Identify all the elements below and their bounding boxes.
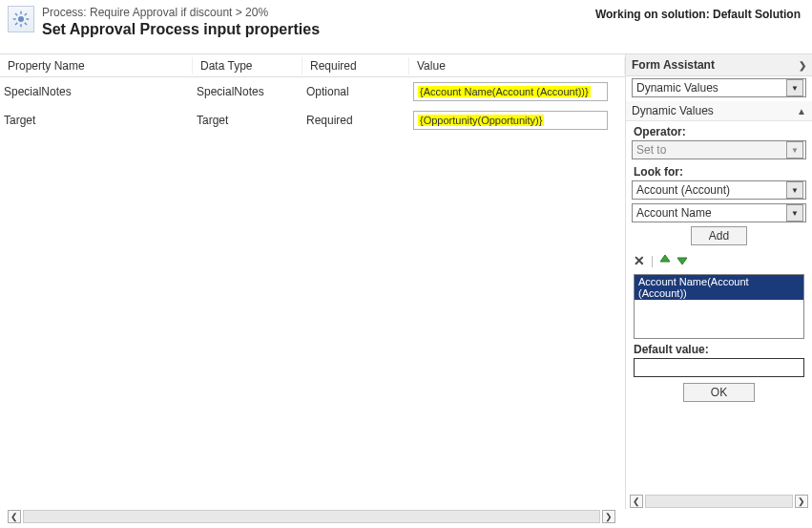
lookfor-field-select[interactable]: Account Name ▼ xyxy=(632,203,806,222)
prop-type: SpecialNotes xyxy=(193,83,302,100)
prop-type: Target xyxy=(193,112,302,129)
assistant-type-value: Dynamic Values xyxy=(636,81,718,95)
separator: | xyxy=(651,254,654,267)
scroll-left-icon[interactable]: ❮ xyxy=(8,510,21,523)
form-assistant-title: Form Assistant xyxy=(632,58,715,72)
col-property-name[interactable]: Property Name xyxy=(0,57,193,74)
dropdown-icon: ▼ xyxy=(786,141,803,158)
remove-icon[interactable]: ✕ xyxy=(634,253,645,268)
default-value-input[interactable] xyxy=(634,358,804,377)
dropdown-icon[interactable]: ▼ xyxy=(786,204,803,222)
move-down-icon[interactable] xyxy=(677,254,688,268)
value-input[interactable]: {Account Name(Account (Account))} xyxy=(413,82,608,101)
svg-line-8 xyxy=(25,13,27,15)
prop-name: SpecialNotes xyxy=(0,83,193,100)
page-title: Set Approval Process input properties xyxy=(42,21,804,38)
scrollbar-horizontal[interactable] xyxy=(645,495,793,508)
lookfor-entity-value: Account (Account) xyxy=(636,183,730,197)
form-assistant-panel: Form Assistant ❯ Dynamic Values ▼ Dynami… xyxy=(625,53,812,509)
add-button[interactable]: Add xyxy=(691,226,747,245)
svg-line-5 xyxy=(15,13,17,15)
ok-button[interactable]: OK xyxy=(683,383,755,402)
scroll-right-icon[interactable]: ❯ xyxy=(795,495,808,508)
scroll-right-icon[interactable]: ❯ xyxy=(602,510,615,523)
move-up-icon[interactable] xyxy=(659,254,671,268)
default-value-label: Default value: xyxy=(626,341,812,356)
operator-select: Set to ▼ xyxy=(632,140,806,159)
chevron-up-icon[interactable]: ▲ xyxy=(797,106,806,116)
prop-required: Required xyxy=(302,112,409,129)
dropdown-icon[interactable]: ▼ xyxy=(786,79,803,96)
col-data-type[interactable]: Data Type xyxy=(193,57,302,74)
chevron-right-icon[interactable]: ❯ xyxy=(799,60,806,71)
operator-label: Operator: xyxy=(626,123,812,138)
value-token[interactable]: {Account Name(Account (Account))} xyxy=(418,86,591,97)
lookfor-label: Look for: xyxy=(626,163,812,179)
value-token[interactable]: {Opportunity(Opportunity)} xyxy=(418,115,544,126)
prop-name: Target xyxy=(0,112,193,129)
lookfor-field-value: Account Name xyxy=(636,206,712,220)
operator-value: Set to xyxy=(636,143,666,157)
svg-marker-10 xyxy=(677,258,687,264)
properties-grid: Property Name Data Type Required Value S… xyxy=(0,53,625,509)
svg-line-7 xyxy=(15,23,17,25)
col-required[interactable]: Required xyxy=(302,57,409,74)
svg-point-0 xyxy=(18,16,24,22)
list-item[interactable]: Account Name(Account (Account)) xyxy=(635,275,803,300)
dynamic-values-section: Dynamic Values xyxy=(632,104,714,117)
grid-row[interactable]: Target Target Required {Opportunity(Oppo… xyxy=(0,106,625,135)
assistant-type-select[interactable]: Dynamic Values ▼ xyxy=(632,78,806,97)
lookfor-entity-select[interactable]: Account (Account) ▼ xyxy=(632,180,806,200)
prop-required: Optional xyxy=(302,83,409,100)
svg-marker-9 xyxy=(660,255,670,262)
svg-line-6 xyxy=(25,23,27,25)
col-value[interactable]: Value xyxy=(409,57,625,74)
grid-row[interactable]: SpecialNotes SpecialNotes Optional {Acco… xyxy=(0,77,625,106)
selected-fields-list[interactable]: Account Name(Account (Account)) xyxy=(634,274,804,339)
value-input[interactable]: {Opportunity(Opportunity)} xyxy=(413,111,608,130)
gear-icon xyxy=(8,6,34,32)
solution-label: Working on solution: Default Solution xyxy=(595,8,801,21)
scrollbar-horizontal[interactable] xyxy=(23,510,600,523)
scroll-left-icon[interactable]: ❮ xyxy=(630,495,643,508)
dropdown-icon[interactable]: ▼ xyxy=(786,181,803,199)
